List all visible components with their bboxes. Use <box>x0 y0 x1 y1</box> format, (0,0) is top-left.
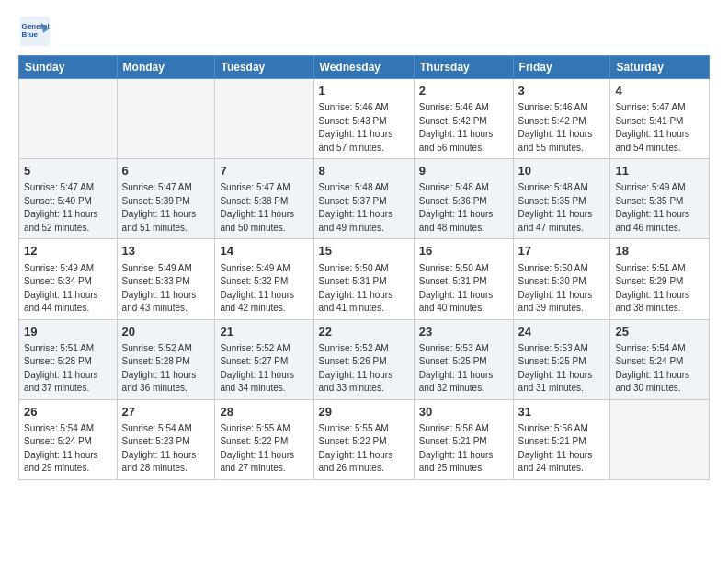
day-info: Sunrise: 5:52 AM Sunset: 5:28 PM Dayligh… <box>122 342 210 396</box>
col-header-monday: Monday <box>117 56 215 79</box>
day-number: 15 <box>319 243 409 259</box>
logo: General Blue <box>18 15 51 48</box>
day-info: Sunrise: 5:46 AM Sunset: 5:42 PM Dayligh… <box>419 101 508 155</box>
calendar-cell: 22Sunrise: 5:52 AM Sunset: 5:26 PM Dayli… <box>313 319 414 399</box>
day-info: Sunrise: 5:55 AM Sunset: 5:22 PM Dayligh… <box>319 422 409 476</box>
calendar-cell: 5Sunrise: 5:47 AM Sunset: 5:40 PM Daylig… <box>19 159 118 239</box>
day-info: Sunrise: 5:51 AM Sunset: 5:29 PM Dayligh… <box>615 262 704 316</box>
calendar-cell: 13Sunrise: 5:49 AM Sunset: 5:33 PM Dayli… <box>117 239 215 319</box>
day-number: 12 <box>24 243 112 259</box>
calendar-cell: 25Sunrise: 5:54 AM Sunset: 5:24 PM Dayli… <box>610 319 710 399</box>
day-number: 29 <box>319 404 409 420</box>
day-number: 18 <box>615 243 704 259</box>
day-number: 26 <box>24 404 112 420</box>
day-number: 16 <box>419 243 508 259</box>
day-info: Sunrise: 5:48 AM Sunset: 5:36 PM Dayligh… <box>419 181 508 235</box>
day-info: Sunrise: 5:56 AM Sunset: 5:21 PM Dayligh… <box>518 422 606 476</box>
calendar-cell: 16Sunrise: 5:50 AM Sunset: 5:31 PM Dayli… <box>414 239 513 319</box>
calendar-week-3: 12Sunrise: 5:49 AM Sunset: 5:34 PM Dayli… <box>19 239 710 319</box>
day-info: Sunrise: 5:48 AM Sunset: 5:35 PM Dayligh… <box>518 181 606 235</box>
day-info: Sunrise: 5:54 AM Sunset: 5:24 PM Dayligh… <box>615 342 704 396</box>
col-header-thursday: Thursday <box>414 56 513 79</box>
day-info: Sunrise: 5:46 AM Sunset: 5:43 PM Dayligh… <box>319 101 409 155</box>
day-info: Sunrise: 5:54 AM Sunset: 5:23 PM Dayligh… <box>122 422 210 476</box>
day-number: 21 <box>220 324 308 340</box>
calendar-cell: 4Sunrise: 5:47 AM Sunset: 5:41 PM Daylig… <box>610 79 710 159</box>
col-header-sunday: Sunday <box>19 56 118 79</box>
calendar-week-5: 26Sunrise: 5:54 AM Sunset: 5:24 PM Dayli… <box>19 399 710 479</box>
calendar-cell: 7Sunrise: 5:47 AM Sunset: 5:38 PM Daylig… <box>215 159 313 239</box>
day-number: 6 <box>122 163 210 179</box>
col-header-friday: Friday <box>513 56 610 79</box>
calendar-cell: 26Sunrise: 5:54 AM Sunset: 5:24 PM Dayli… <box>19 399 118 479</box>
day-info: Sunrise: 5:48 AM Sunset: 5:37 PM Dayligh… <box>319 181 409 235</box>
calendar-cell <box>215 79 313 159</box>
calendar-cell <box>117 79 215 159</box>
calendar-cell: 12Sunrise: 5:49 AM Sunset: 5:34 PM Dayli… <box>19 239 118 319</box>
svg-text:Blue: Blue <box>22 30 39 39</box>
header: General Blue <box>18 15 710 48</box>
calendar-cell: 19Sunrise: 5:51 AM Sunset: 5:28 PM Dayli… <box>19 319 118 399</box>
day-number: 23 <box>419 324 508 340</box>
day-number: 10 <box>518 163 606 179</box>
day-number: 20 <box>122 324 210 340</box>
calendar-cell: 21Sunrise: 5:52 AM Sunset: 5:27 PM Dayli… <box>215 319 313 399</box>
day-info: Sunrise: 5:49 AM Sunset: 5:34 PM Dayligh… <box>24 262 112 316</box>
logo-icon: General Blue <box>18 15 51 48</box>
day-number: 22 <box>319 324 409 340</box>
calendar-cell: 17Sunrise: 5:50 AM Sunset: 5:30 PM Dayli… <box>513 239 610 319</box>
day-number: 5 <box>24 163 112 179</box>
calendar-cell: 6Sunrise: 5:47 AM Sunset: 5:39 PM Daylig… <box>117 159 215 239</box>
calendar-cell: 8Sunrise: 5:48 AM Sunset: 5:37 PM Daylig… <box>313 159 414 239</box>
col-header-tuesday: Tuesday <box>215 56 313 79</box>
day-number: 27 <box>122 404 210 420</box>
calendar-cell: 10Sunrise: 5:48 AM Sunset: 5:35 PM Dayli… <box>513 159 610 239</box>
day-number: 2 <box>419 83 508 99</box>
calendar-cell <box>610 399 710 479</box>
day-number: 25 <box>615 324 704 340</box>
calendar-week-4: 19Sunrise: 5:51 AM Sunset: 5:28 PM Dayli… <box>19 319 710 399</box>
day-info: Sunrise: 5:47 AM Sunset: 5:38 PM Dayligh… <box>220 181 308 235</box>
day-info: Sunrise: 5:53 AM Sunset: 5:25 PM Dayligh… <box>518 342 606 396</box>
day-info: Sunrise: 5:51 AM Sunset: 5:28 PM Dayligh… <box>24 342 112 396</box>
calendar-week-2: 5Sunrise: 5:47 AM Sunset: 5:40 PM Daylig… <box>19 159 710 239</box>
calendar-container: General Blue SundayMondayTuesdayWednesda… <box>0 0 728 489</box>
calendar-cell <box>19 79 118 159</box>
day-number: 28 <box>220 404 308 420</box>
day-info: Sunrise: 5:49 AM Sunset: 5:32 PM Dayligh… <box>220 262 308 316</box>
calendar-cell: 1Sunrise: 5:46 AM Sunset: 5:43 PM Daylig… <box>313 79 414 159</box>
day-info: Sunrise: 5:47 AM Sunset: 5:40 PM Dayligh… <box>24 181 112 235</box>
day-number: 1 <box>319 83 409 99</box>
day-number: 3 <box>518 83 606 99</box>
calendar-cell: 2Sunrise: 5:46 AM Sunset: 5:42 PM Daylig… <box>414 79 513 159</box>
calendar-cell: 30Sunrise: 5:56 AM Sunset: 5:21 PM Dayli… <box>414 399 513 479</box>
calendar-cell: 20Sunrise: 5:52 AM Sunset: 5:28 PM Dayli… <box>117 319 215 399</box>
calendar-cell: 15Sunrise: 5:50 AM Sunset: 5:31 PM Dayli… <box>313 239 414 319</box>
day-info: Sunrise: 5:56 AM Sunset: 5:21 PM Dayligh… <box>419 422 508 476</box>
day-number: 19 <box>24 324 112 340</box>
day-number: 30 <box>419 404 508 420</box>
day-info: Sunrise: 5:50 AM Sunset: 5:30 PM Dayligh… <box>518 262 606 316</box>
calendar-cell: 3Sunrise: 5:46 AM Sunset: 5:42 PM Daylig… <box>513 79 610 159</box>
day-number: 9 <box>419 163 508 179</box>
day-number: 7 <box>220 163 308 179</box>
day-info: Sunrise: 5:47 AM Sunset: 5:41 PM Dayligh… <box>615 101 704 155</box>
day-info: Sunrise: 5:49 AM Sunset: 5:33 PM Dayligh… <box>122 262 210 316</box>
day-info: Sunrise: 5:52 AM Sunset: 5:27 PM Dayligh… <box>220 342 308 396</box>
day-number: 31 <box>518 404 606 420</box>
header-row: SundayMondayTuesdayWednesdayThursdayFrid… <box>19 56 710 79</box>
col-header-saturday: Saturday <box>610 56 710 79</box>
calendar-cell: 18Sunrise: 5:51 AM Sunset: 5:29 PM Dayli… <box>610 239 710 319</box>
day-info: Sunrise: 5:46 AM Sunset: 5:42 PM Dayligh… <box>518 101 606 155</box>
day-info: Sunrise: 5:50 AM Sunset: 5:31 PM Dayligh… <box>419 262 508 316</box>
calendar-cell: 29Sunrise: 5:55 AM Sunset: 5:22 PM Dayli… <box>313 399 414 479</box>
calendar-cell: 31Sunrise: 5:56 AM Sunset: 5:21 PM Dayli… <box>513 399 610 479</box>
day-info: Sunrise: 5:54 AM Sunset: 5:24 PM Dayligh… <box>24 422 112 476</box>
day-info: Sunrise: 5:55 AM Sunset: 5:22 PM Dayligh… <box>220 422 308 476</box>
col-header-wednesday: Wednesday <box>313 56 414 79</box>
day-info: Sunrise: 5:53 AM Sunset: 5:25 PM Dayligh… <box>419 342 508 396</box>
day-number: 14 <box>220 243 308 259</box>
day-info: Sunrise: 5:50 AM Sunset: 5:31 PM Dayligh… <box>319 262 409 316</box>
calendar-cell: 23Sunrise: 5:53 AM Sunset: 5:25 PM Dayli… <box>414 319 513 399</box>
day-info: Sunrise: 5:52 AM Sunset: 5:26 PM Dayligh… <box>319 342 409 396</box>
